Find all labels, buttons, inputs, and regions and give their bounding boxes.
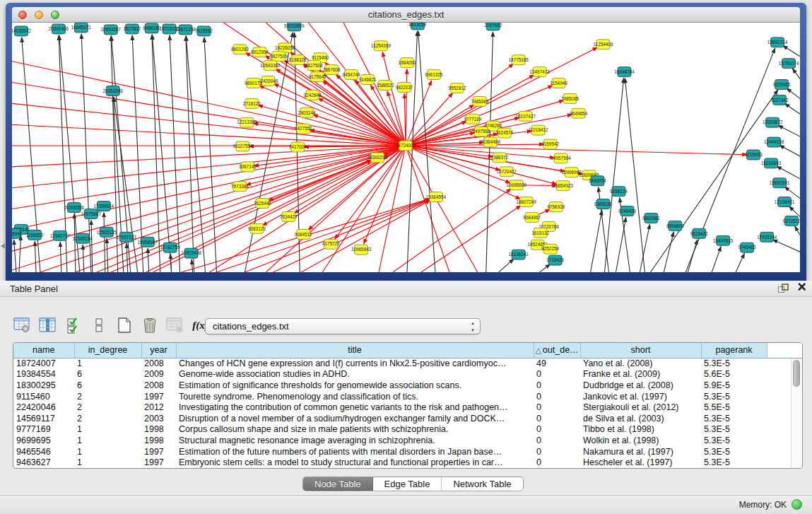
- table-panel-titlebar[interactable]: Table Panel ×: [0, 281, 812, 297]
- table-settings-icon[interactable]: [13, 316, 32, 334]
- column-header-name[interactable]: name: [13, 343, 74, 358]
- citation-edge-red[interactable]: [12, 146, 406, 167]
- citation-edge-black[interactable]: [795, 226, 800, 235]
- citation-edge-black[interactable]: [783, 46, 800, 57]
- network-node[interactable]: 3067145: [239, 162, 257, 172]
- import-table-icon[interactable]: [165, 316, 184, 334]
- network-node[interactable]: 6497568: [472, 127, 490, 136]
- network-node[interactable]: 8427552: [295, 124, 312, 134]
- citation-edge-black[interactable]: [778, 125, 800, 136]
- network-node[interactable]: 9827508: [305, 61, 323, 71]
- collapse-panel-arrow-icon[interactable]: [1, 243, 5, 249]
- network-node[interactable]: 9146821: [359, 75, 377, 85]
- network-node[interactable]: 12505135: [97, 227, 117, 237]
- network-node[interactable]: 15692391: [770, 178, 790, 188]
- network-node[interactable]: 15720407: [497, 167, 517, 177]
- network-node[interactable]: 14957594: [551, 153, 571, 163]
- network-node[interactable]: 16136141: [509, 250, 529, 259]
- network-node[interactable]: 6466160: [143, 23, 160, 33]
- citation-edge-black[interactable]: [712, 247, 721, 272]
- float-panel-icon[interactable]: [778, 284, 789, 294]
- network-node[interactable]: 8813054: [409, 23, 427, 30]
- citation-edge-red[interactable]: [406, 146, 478, 272]
- network-node[interactable]: 6961325: [425, 70, 443, 80]
- network-node[interactable]: 10688609: [507, 180, 527, 190]
- citation-edge-black[interactable]: [784, 103, 800, 114]
- network-node[interactable]: 20364486: [481, 137, 501, 147]
- column-header-out-degree[interactable]: △out_de…: [534, 343, 580, 358]
- network-node[interactable]: 56033809: [284, 23, 305, 31]
- column-header-in-degree[interactable]: in_degree: [74, 343, 141, 358]
- network-node[interactable]: 8954603: [666, 221, 684, 230]
- network-node[interactable]: 9215953: [745, 150, 763, 160]
- citation-edge-red[interactable]: [12, 83, 406, 146]
- network-table-selector[interactable]: citations_edges.txt ▲▼: [205, 318, 481, 334]
- citation-edge-red[interactable]: [406, 69, 407, 146]
- network-graph[interactable]: 1872400786012838912954182260589827509818…: [12, 23, 800, 272]
- memory-ok-indicator[interactable]: [792, 499, 802, 510]
- network-node[interactable]: 1664090: [399, 58, 416, 68]
- citation-edge-black[interactable]: [650, 90, 778, 272]
- network-node[interactable]: 9227342: [771, 95, 789, 105]
- network-node[interactable]: 9242848: [304, 90, 322, 100]
- network-node[interactable]: 9552812: [448, 83, 466, 93]
- citation-edge-red[interactable]: [406, 75, 534, 146]
- citation-edge-black[interactable]: [192, 259, 192, 272]
- citation-edge-black[interactable]: [170, 35, 180, 272]
- citation-edge-red[interactable]: [246, 146, 406, 185]
- network-node[interactable]: 9756928: [547, 202, 565, 212]
- citation-edge-black[interactable]: [784, 187, 800, 198]
- table-row[interactable]: 2242004622012Investigating the contribut…: [13, 402, 802, 413]
- citation-edge-black[interactable]: [126, 243, 128, 272]
- citation-edge-black[interactable]: [540, 264, 551, 272]
- table-row[interactable]: 1872400712008Changes of HCN gene express…: [13, 358, 802, 369]
- table-row[interactable]: 911546021997Tourette syndrome. Phenomeno…: [13, 391, 802, 402]
- citation-edge-red[interactable]: [111, 160, 372, 272]
- network-node[interactable]: 9175645: [309, 72, 326, 82]
- network-node[interactable]: 9615432: [690, 228, 708, 238]
- table-row[interactable]: 946362711997Embryonic stem cells: a mode…: [13, 457, 802, 468]
- network-node[interactable]: 20053346: [103, 86, 124, 95]
- network-node[interactable]: 2057682: [484, 23, 502, 30]
- citation-edge-black[interactable]: [772, 240, 800, 252]
- table-row[interactable]: 977716911998Corpus callosum shape and si…: [13, 424, 802, 436]
- citation-edge-black[interactable]: [186, 36, 205, 272]
- network-node[interactable]: 11254408: [594, 40, 613, 49]
- network-node[interactable]: 1640954: [589, 176, 606, 186]
- close-panel-icon[interactable]: ×: [797, 279, 806, 296]
- new-table-icon[interactable]: [114, 316, 134, 334]
- network-node[interactable]: 7625440: [254, 199, 271, 209]
- network-node[interactable]: 9822037: [396, 83, 413, 93]
- network-node[interactable]: 2718120: [243, 98, 261, 108]
- citation-edge-black[interactable]: [170, 254, 171, 272]
- citation-edge-black[interactable]: [35, 241, 36, 272]
- network-node[interactable]: 19958167: [137, 237, 158, 247]
- network-node[interactable]: 16210643: [761, 158, 782, 168]
- network-node[interactable]: 16782759: [160, 243, 180, 252]
- network-node[interactable]: 8186328: [289, 55, 307, 65]
- network-node[interactable]: 9084512: [295, 229, 312, 239]
- network-node[interactable]: 9329966: [773, 80, 791, 90]
- network-node[interactable]: 9373522: [783, 216, 800, 226]
- merge-rows-icon[interactable]: [89, 316, 108, 334]
- citation-edge-red[interactable]: [12, 146, 406, 230]
- citation-edge-black[interactable]: [789, 206, 800, 217]
- network-node[interactable]: 9417004: [289, 142, 307, 152]
- network-node[interactable]: 1156853: [26, 230, 44, 240]
- citation-edge-black[interactable]: [107, 238, 108, 272]
- column-visibility-icon[interactable]: [38, 316, 57, 334]
- network-node[interactable]: 2867608: [323, 65, 341, 75]
- tab-node-table[interactable]: Node Table: [303, 477, 373, 491]
- citation-edge-red[interactable]: [421, 206, 521, 272]
- network-node[interactable]: 9890173: [245, 78, 262, 88]
- network-node[interactable]: 10497473: [529, 67, 550, 77]
- network-node[interactable]: 3624574: [495, 128, 513, 138]
- network-node[interactable]: 11254369: [371, 41, 391, 51]
- citation-edge-black[interactable]: [148, 248, 149, 272]
- citation-edge-black[interactable]: [91, 220, 93, 272]
- select-rows-icon[interactable]: [64, 316, 83, 334]
- citation-edge-black[interactable]: [591, 210, 602, 272]
- network-node[interactable]: 9358124: [610, 187, 628, 197]
- table-row[interactable]: 946554611997Estimation of the future num…: [13, 446, 802, 457]
- column-header-year[interactable]: year: [141, 343, 176, 358]
